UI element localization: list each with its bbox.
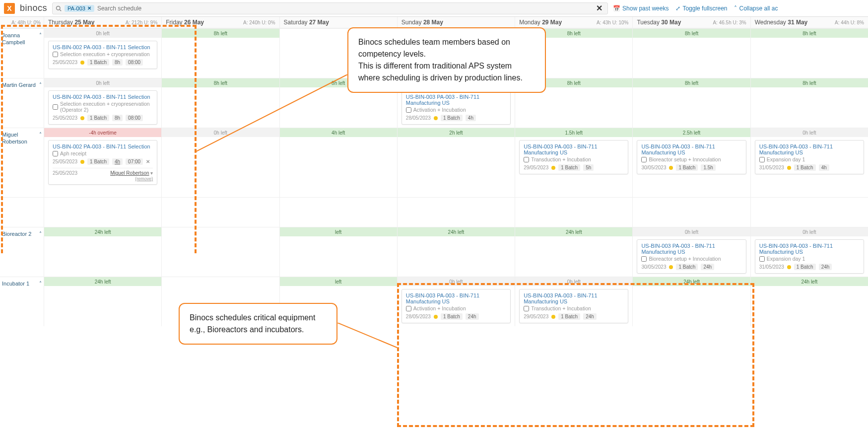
calendar-icon: 📅 [613, 5, 620, 12]
task-checkbox[interactable] [759, 256, 765, 262]
task-checkbox[interactable] [406, 107, 411, 113]
chip-close-icon[interactable]: ✕ [87, 5, 91, 11]
cell-martin-tue[interactable]: 8h left [632, 78, 750, 128]
task-checkbox[interactable] [641, 256, 647, 262]
collapse-all-button[interactable]: ˄ Collapse all ac [734, 5, 778, 12]
cell-incubator-wed[interactable]: 24h left [750, 277, 868, 326]
cell-incubator-tue[interactable]: 24h left [632, 277, 750, 326]
capacity-bar: 24h left [633, 277, 750, 286]
task-card[interactable]: US-BIN-003 PA-003 - BIN-711 Manufacturin… [519, 140, 628, 174]
task-checkbox[interactable] [759, 157, 765, 162]
task-checkbox[interactable] [524, 157, 529, 162]
cell-joanna-wed[interactable]: 8h left [750, 28, 868, 78]
cell-martin-thu[interactable]: 0h left US-BIN-002 PA-003 - BIN-711 Sele… [44, 78, 161, 128]
cell-incubator-mon[interactable]: 0h left US-BIN-003 PA-003 - BIN-711 Manu… [515, 277, 632, 326]
cell-miguel-sun[interactable]: 2h left [397, 128, 515, 197]
task-checkbox[interactable] [641, 157, 647, 162]
remove-link[interactable]: (remove) [135, 176, 153, 181]
card-title: US-BIN-002 PA-003 - BIN-711 Selection [53, 44, 153, 50]
task-card[interactable]: US-BIN-002 PA-003 - BIN-711 Selection Se… [48, 41, 157, 69]
filter-chip[interactable]: PA-003 ✕ [65, 5, 94, 12]
task-checkbox[interactable] [406, 306, 411, 311]
capacity-bar: 24h left [751, 277, 868, 286]
task-card[interactable]: US-BIN-003 PA-003 - BIN-711 Manufacturin… [401, 289, 511, 323]
cell-joanna-fri[interactable]: 8h left [161, 28, 279, 78]
collapse-row-icon[interactable]: ˄ [39, 81, 42, 88]
capacity-bar: -4h overtime [44, 128, 161, 137]
day-header-sat: Saturday 27 May [279, 17, 397, 28]
assignee-link[interactable]: Miguel Robertson [110, 170, 149, 176]
task-card[interactable]: US-BIN-003 PA-003 - BIN-711 Manufacturin… [637, 239, 746, 274]
task-card[interactable]: US-BIN-003 PA-003 - BIN-711 Manufacturin… [401, 90, 511, 125]
cell-miguel-fri[interactable]: 0h left [161, 128, 279, 197]
task-card[interactable]: US-BIN-002 PA-003 - BIN-711 Selection Se… [48, 90, 157, 125]
capacity-bar: 0h left [633, 227, 750, 236]
search-input[interactable] [97, 5, 591, 12]
capacity-bar: 8h left [162, 29, 279, 38]
task-card[interactable]: US-BIN-003 PA-003 - BIN-711 Manufacturin… [755, 239, 864, 274]
card-assignment: 25/05/2023 Miguel Robertson ▾ (remove) [53, 168, 153, 181]
status-dot-icon [669, 166, 673, 170]
task-card[interactable]: US-BIN-002 PA-003 - BIN-711 Selection Ap… [48, 140, 157, 185]
cell-bioreactor-tue[interactable]: 0h left US-BIN-003 PA-003 - BIN-711 Manu… [632, 227, 750, 277]
cell-bioreactor-sun[interactable]: 24h left [397, 227, 515, 277]
filter-chip-label: PA-003 [67, 5, 85, 11]
cell-miguel-mon[interactable]: 1.5h left US-BIN-003 PA-003 - BIN-711 Ma… [515, 128, 632, 197]
card-subtitle: Activation + Incubation [406, 107, 506, 113]
card-title: US-BIN-003 PA-003 - BIN-711 Manufacturin… [759, 243, 860, 255]
toggle-fullscreen-button[interactable]: ⤢ Toggle fullscreen [675, 5, 727, 12]
cell-bioreactor-wed[interactable]: 0h left US-BIN-003 PA-003 - BIN-711 Manu… [750, 227, 868, 277]
capacity-bar: 1.5h left [515, 128, 632, 137]
capacity-bar: 24h left [44, 277, 161, 286]
search-icon [56, 5, 62, 11]
capacity-bar: 8h left [633, 78, 750, 87]
card-subtitle: Activation + Incubation [406, 305, 506, 311]
card-footer: 25/05/2023 1 Batch 8h 08:00 [53, 59, 153, 66]
close-icon[interactable]: ✕ [146, 159, 150, 164]
day-header-wed: Wednesday 31 MayA: 44h U: 8% [750, 17, 868, 28]
status-dot-icon [434, 116, 438, 120]
capacity-bar: 0h left [44, 78, 161, 87]
capacity-bar: 24h left [398, 227, 515, 236]
task-checkbox[interactable] [53, 151, 58, 156]
cell-bioreactor-sat[interactable]: left [279, 227, 397, 277]
show-past-weeks-button[interactable]: 📅 Show past weeks [613, 5, 668, 12]
card-subtitle: Transduction + Incubation [524, 305, 624, 311]
card-footer: 25/05/2023 1 Batch 4h 07:00 ✕ [53, 158, 153, 165]
cell-miguel-tue[interactable]: 2.5h left US-BIN-003 PA-003 - BIN-711 Ma… [632, 128, 750, 197]
status-dot-icon [80, 160, 84, 164]
clear-search-icon[interactable]: ✕ [594, 3, 604, 13]
task-checkbox[interactable] [53, 52, 58, 57]
card-subtitle: Bioreactor setup + Innoculation [641, 156, 741, 162]
cell-joanna-tue[interactable]: 8h left [632, 28, 750, 78]
collapse-row-icon[interactable]: ˄ [39, 280, 42, 287]
capacity-bar: 0h left [398, 277, 515, 286]
cell-bioreactor-mon[interactable]: 24h left [515, 227, 632, 277]
task-checkbox[interactable] [524, 306, 529, 311]
collapse-row-icon[interactable]: ˄ [39, 32, 42, 38]
cell-miguel-wed[interactable]: 0h left US-BIN-003 PA-003 - BIN-711 Manu… [750, 128, 868, 197]
capacity-bar: 0h left [515, 277, 632, 286]
cell-bioreactor-thu[interactable]: 24h left [44, 227, 161, 277]
collapse-row-icon[interactable]: ˄ [39, 230, 42, 237]
task-card[interactable]: US-BIN-003 PA-003 - BIN-711 Manufacturin… [637, 140, 746, 174]
card-footer: 31/05/2023 1 Batch 4h [759, 164, 860, 171]
card-footer: 30/05/2023 1 Batch 24h [641, 264, 741, 270]
task-card[interactable]: US-BIN-003 PA-003 - BIN-711 Manufacturin… [519, 289, 628, 323]
task-checkbox[interactable] [53, 104, 58, 110]
capacity-bar: 24h left [44, 227, 161, 236]
cell-martin-fri[interactable]: 8h left [161, 78, 279, 128]
capacity-bar: 8h left [751, 78, 868, 87]
cell-joanna-thu[interactable]: 0h left US-BIN-002 PA-003 - BIN-711 Sele… [44, 28, 161, 78]
cell-martin-wed[interactable]: 8h left [750, 78, 868, 128]
cell-bioreactor-fri[interactable] [161, 227, 279, 277]
cell-incubator-thu[interactable]: 24h left [44, 277, 161, 326]
cell-miguel-sat[interactable]: 4h left [279, 128, 397, 197]
search-container: PA-003 ✕ ✕ [52, 2, 608, 14]
cell-incubator-sun[interactable]: 0h left US-BIN-003 PA-003 - BIN-711 Manu… [397, 277, 515, 326]
cell-miguel-thu[interactable]: -4h overtime US-BIN-002 PA-003 - BIN-711… [44, 128, 161, 197]
task-card[interactable]: US-BIN-003 PA-003 - BIN-711 Manufacturin… [755, 140, 864, 174]
top-actions: 📅 Show past weeks ⤢ Toggle fullscreen ˄ … [613, 5, 778, 12]
row-label-joanna: Joanna Campbell ˄ [0, 28, 44, 78]
collapse-row-icon[interactable]: ˄ [39, 131, 42, 138]
